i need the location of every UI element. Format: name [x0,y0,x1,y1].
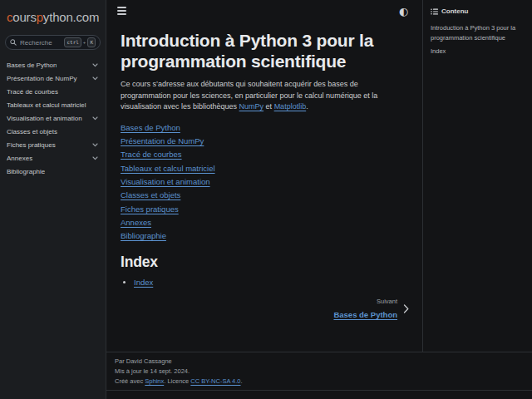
index-link[interactable]: Index [134,278,153,287]
logo-segment: ython.com [43,10,99,24]
footer-updated: Mis à jour le 14 sept. 2024. [115,367,524,377]
link-annexes[interactable]: Annexes [121,216,151,229]
chevron-right-icon [403,304,409,313]
chevron-down-icon[interactable] [92,76,98,81]
next-page-link[interactable]: Bases de Python [333,310,397,320]
logo-segment: ours [12,10,36,24]
next-label: Suivant [333,298,397,306]
theme-toggle-icon[interactable]: ◐ [399,6,408,17]
main-region: ◐ Introduction à Python 3 pour la progra… [106,0,532,399]
numpy-link[interactable]: NumPy [239,102,264,111]
link-fiches-pratiques[interactable]: Fiches pratiques [121,203,179,216]
shortcut-plus: + [83,40,86,45]
toc-item-introduction[interactable]: Introduction à Python 3 pour la programm… [431,23,527,42]
toc-header: Contenu [431,7,527,15]
matplotlib-link[interactable]: Matplotlib [274,102,307,111]
chevron-down-icon[interactable] [92,116,98,121]
app-window: courspython.com Recherche ctrl + K Bases… [0,0,532,399]
chevron-down-icon[interactable] [92,156,98,160]
index-list: Index [121,278,409,288]
chevron-down-icon[interactable] [92,143,98,147]
main-content: ◐ Introduction à Python 3 pour la progra… [106,0,422,352]
link-presentation-numpy[interactable]: Présentation de NumPy [121,135,204,148]
index-heading: Index [121,254,409,271]
sidebar-item-visualisation-animation[interactable]: Visualisation et animation [0,111,106,125]
search-placeholder: Recherche [20,39,61,47]
sphinx-link[interactable]: Sphinx [145,377,164,385]
license-link[interactable]: CC BY-NC-SA 4.0 [190,377,240,385]
sidebar-item-presentation-numpy[interactable]: Présentation de NumPy [0,71,106,85]
chapter-links: Bases de Python Présentation de NumPy Tr… [121,121,409,244]
sidebar-item-tableaux-calcul-matriciel[interactable]: Tableaux et calcul matriciel [0,98,106,111]
logo-segment: p [37,10,43,24]
hamburger-menu-icon[interactable] [117,5,126,17]
sidebar-item-classes-et-objets[interactable]: Classes et objets [0,125,106,138]
link-tableaux-calcul-matriciel[interactable]: Tableaux et calcul matriciel [121,162,215,175]
link-visualisation-animation[interactable]: Visualisation et animation [121,175,210,189]
search-input[interactable]: Recherche ctrl + K [5,35,101,50]
shortcut-key-k: K [87,37,96,47]
footer-credits: Créé avec Sphinx. Licence CC BY-NC-SA 4.… [115,377,524,387]
toc-list-icon [431,8,438,15]
shortcut-key-ctrl: ctrl [64,37,81,47]
sidebar-item-bases-de-python[interactable]: Bases de Python [0,58,106,71]
intro-paragraph: Ce cours s’adresse aux débutants qui sou… [121,79,409,113]
search-icon [10,39,17,46]
sidebar-item-fiches-pratiques[interactable]: Fiches pratiques [0,138,106,151]
page-footer: Par David Cassagne Mis à jour le 14 sept… [106,352,532,391]
left-sidebar: courspython.com Recherche ctrl + K Bases… [0,0,106,399]
page-title: Introduction à Python 3 pour la programm… [121,30,409,71]
site-logo[interactable]: courspython.com [0,7,106,32]
topbar: ◐ [106,0,422,22]
toc-item-index[interactable]: Index [431,47,527,57]
bottom-spacer [106,391,532,399]
toc-sidebar: Contenu Introduction à Python 3 pour la … [422,0,532,352]
link-trace-de-courbes[interactable]: Tracé de courbes [121,148,182,161]
link-bibliographie[interactable]: Bibliographie [121,229,166,243]
chevron-down-icon[interactable] [92,63,98,67]
sidebar-item-annexes[interactable]: Annexes [0,151,106,165]
next-page-nav[interactable]: Suivant Bases de Python [121,298,409,321]
sidebar-item-bibliographie[interactable]: Bibliographie [0,165,106,178]
list-item: Index [134,278,409,288]
link-classes-et-objets[interactable]: Classes et objets [121,189,180,202]
toc-title: Contenu [441,7,468,15]
footer-author: Par David Cassagne [115,357,524,367]
sidebar-item-trace-de-courbes[interactable]: Tracé de courbes [0,85,106,98]
link-bases-de-python[interactable]: Bases de Python [121,121,180,135]
sidebar-nav: Bases de Python Présentation de NumPy Tr… [0,58,106,178]
